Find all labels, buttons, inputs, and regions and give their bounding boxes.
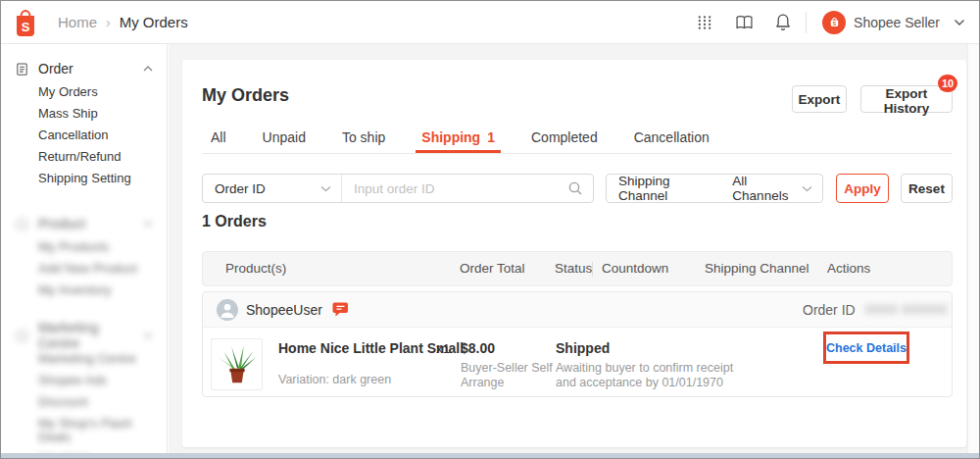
guide-book-icon[interactable] [731, 10, 757, 35]
sidebar-item-return-refund[interactable]: Return/Refund [1, 146, 167, 168]
sidebar-section-marketing-label: Marketing Centre [38, 320, 143, 351]
export-history-button[interactable]: Export History [860, 85, 953, 113]
breadcrumb-current: My Orders [120, 14, 188, 30]
sidebar-item-mass-ship[interactable]: Mass Ship [1, 103, 167, 125]
sidebar-item-blurred[interactable]: Discount [1, 391, 167, 413]
order-status-note: Awaiting buyer to confirm receipt and ac… [556, 361, 757, 390]
sidebar-item-blurred[interactable]: Shopee Ads [1, 370, 167, 391]
tab-all[interactable]: All [211, 122, 226, 153]
tab-shipping[interactable]: Shipping1 [421, 122, 495, 153]
search-icon[interactable] [567, 180, 583, 196]
notification-bell-icon[interactable] [770, 10, 796, 35]
seller-avatar[interactable]: S [822, 11, 846, 34]
sidebar-section-product-blurred: Product My Products Add New Product My I… [1, 211, 167, 301]
tab-shipping-label: Shipping [421, 129, 480, 145]
content-area: My Orders Export Export History 10 All U… [169, 44, 979, 453]
sidebar-section-marketing-header[interactable]: Marketing Centre [1, 323, 167, 348]
order-id-label: Order ID [803, 302, 856, 318]
column-products: Product(s) [225, 261, 286, 276]
product-quantity: x1 [436, 341, 450, 356]
order-row: ShopeeUser Order ID 0000 00000000 [202, 291, 953, 397]
sidebar-item-blurred[interactable]: Marketing Centre [1, 348, 167, 370]
order-status: Shipped [556, 340, 610, 356]
export-history-badge: 10 [938, 75, 957, 92]
scrollbar-track[interactable] [967, 44, 979, 453]
breadcrumb-home[interactable]: Home [58, 14, 97, 30]
chevron-down-icon [143, 221, 153, 227]
sidebar-section-marketing-blurred: Marketing Centre Marketing Centre Shopee… [1, 323, 167, 453]
column-actions: Actions [827, 261, 870, 276]
chevron-down-icon [802, 185, 812, 192]
my-orders-panel: My Orders Export Export History 10 All U… [182, 60, 966, 447]
marketing-icon [15, 329, 30, 343]
column-order-total: Order Total [460, 261, 525, 276]
tab-cancellation[interactable]: Cancellation [634, 122, 710, 153]
reset-button[interactable]: Reset [901, 174, 953, 203]
tab-shipping-count: 1 [487, 129, 495, 145]
shopee-logo-icon[interactable]: S [11, 7, 40, 38]
column-status: Status [555, 261, 592, 276]
sidebar-section-product-header[interactable]: Product [1, 211, 167, 236]
breadcrumb: Home › My Orders [58, 14, 188, 30]
sidebar-section-product-label: Product [38, 216, 85, 231]
account-name[interactable]: Shopee Seller [854, 15, 940, 30]
tab-to-ship[interactable]: To ship [342, 122, 385, 153]
chevron-down-icon [320, 185, 331, 192]
shopee-seller-center: S Home › My Orders [0, 0, 980, 459]
apps-grid-icon[interactable] [692, 10, 717, 35]
product-image[interactable] [211, 338, 263, 390]
sidebar: Order My Orders Mass Ship Cancellation R… [1, 44, 168, 453]
product-icon [15, 217, 30, 231]
order-search-control: Order ID [202, 174, 594, 203]
window-bottom-edge [1, 453, 979, 458]
check-details-link[interactable]: Check Details [826, 341, 906, 355]
buyer-name[interactable]: ShopeeUser [246, 302, 322, 318]
chevron-down-icon [143, 332, 153, 338]
shipping-channel-label: Shipping Channel [618, 174, 715, 203]
order-id-input[interactable] [342, 181, 567, 196]
tab-unpaid[interactable]: Unpaid [263, 122, 306, 153]
export-button[interactable]: Export [792, 85, 847, 113]
shipping-channel-select[interactable]: Shipping Channel All Channels [606, 174, 823, 203]
chevron-up-icon [143, 66, 153, 72]
sidebar-section-order: Order My Orders Mass Ship Cancellation R… [1, 56, 167, 189]
tab-completed[interactable]: Completed [531, 122, 598, 153]
buyer-avatar-icon[interactable] [217, 299, 238, 321]
svg-text:S: S [22, 19, 30, 33]
order-total: $8.00 [461, 340, 495, 356]
product-variation: Variation: dark green [278, 373, 391, 386]
topbar-actions: S Shopee Seller [692, 10, 979, 35]
topbar: S Home › My Orders [1, 1, 979, 44]
column-shipping-channel: Shipping Channel [705, 261, 809, 276]
orders-table-header: Product(s) Order Total Status Countdown … [202, 251, 953, 286]
apply-button[interactable]: Apply [836, 174, 889, 203]
shipping-channel-value: All Channels [732, 174, 802, 203]
svg-text:S: S [832, 21, 836, 26]
sidebar-item-blurred[interactable]: Add New Product [1, 258, 167, 280]
orders-count: 1 Orders [202, 213, 267, 230]
column-divider [592, 262, 593, 277]
sidebar-item-blurred[interactable]: My Products [1, 236, 167, 258]
breadcrumb-separator-icon: › [106, 15, 111, 30]
order-clipboard-icon [15, 62, 30, 76]
sidebar-section-order-header[interactable]: Order [1, 56, 167, 81]
sidebar-item-cancellation[interactable]: Cancellation [1, 125, 167, 146]
order-id-select-value: Order ID [215, 181, 266, 196]
order-id-value-redacted: 0000 00000000 [865, 302, 948, 317]
column-countdown: Countdown [602, 261, 668, 276]
check-details-highlight-box: Check Details [823, 332, 909, 364]
sidebar-item-shipping-setting[interactable]: Shipping Setting [1, 168, 167, 189]
order-status-tabs: All Unpaid To ship Shipping1 Completed C… [202, 122, 953, 154]
topbar-divider [806, 12, 807, 33]
sidebar-item-blurred[interactable]: My Inventory [1, 280, 167, 301]
shipping-method: Buyer-Seller Self Arrange [461, 361, 568, 390]
sidebar-item-blurred[interactable]: My Shop's Flash Deals [1, 413, 167, 448]
page-title: My Orders [202, 85, 289, 106]
account-chevron-down-icon[interactable] [954, 19, 965, 26]
chat-icon[interactable] [331, 301, 350, 318]
order-id-select[interactable]: Order ID [203, 175, 342, 202]
sidebar-item-my-orders[interactable]: My Orders [1, 81, 167, 103]
sidebar-section-order-label: Order [38, 61, 74, 76]
